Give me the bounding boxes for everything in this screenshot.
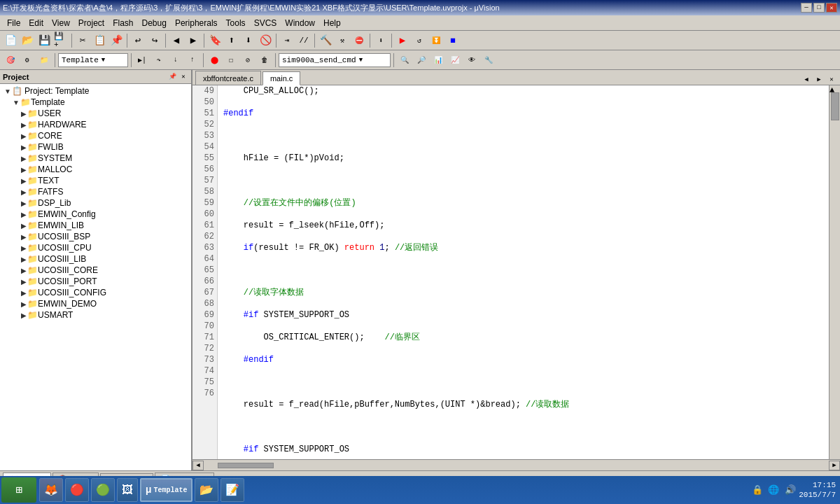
bookmark-button[interactable]: 🔖 (207, 33, 223, 48)
tree-item-text[interactable]: ▶ 📁 TEXT (1, 175, 190, 186)
taskbar-app-4[interactable]: 🖼 (117, 478, 138, 502)
step-into-button[interactable]: ↓ (168, 52, 183, 68)
menu-edit[interactable]: Edit (24, 17, 48, 29)
template-folder-item[interactable]: ▼ 📁 Template (1, 97, 190, 108)
comment-button[interactable]: // (296, 33, 312, 48)
taskbar-app-3[interactable]: 🟢 (91, 478, 115, 502)
tree-item-ucosiii-bsp[interactable]: ▶ 📁 UCOSIII_BSP (1, 231, 190, 242)
find-button[interactable]: 🔍 (397, 52, 412, 68)
panel-pin-button[interactable]: 📌 (167, 72, 177, 82)
find-in-files-button[interactable]: 🔎 (414, 52, 429, 68)
tree-item-ucosiii-port[interactable]: ▶ 📁 UCOSIII_PORT (1, 276, 190, 287)
function-dropdown[interactable]: sim900a_send_cmd ▼ (279, 53, 391, 67)
taskbar-app-1[interactable]: 🦊 (39, 478, 63, 502)
tab-left-button[interactable]: ◀ (801, 74, 812, 85)
save-button[interactable]: 💾 (36, 33, 52, 48)
vertical-scrollbar[interactable]: ▲ (829, 85, 840, 459)
target-dropdown[interactable]: Template ▼ (58, 53, 128, 67)
copy-button[interactable]: 📋 (92, 33, 107, 48)
tree-item-ucosiii-lib[interactable]: ▶ 📁 UCOSIII_LIB (1, 253, 190, 265)
show-project-button[interactable]: 📁 (36, 52, 52, 68)
new-file-button[interactable]: 📄 (3, 33, 18, 48)
toggle-indent-button[interactable]: ⇥ (279, 33, 295, 48)
code-text[interactable]: CPU_SR_ALLOC(); #endif hFile = (FIL*)pVo… (218, 85, 829, 459)
menu-debug[interactable]: Debug (138, 17, 171, 29)
clear-bookmarks-button[interactable]: 🚫 (258, 33, 273, 48)
tree-item-dsplib[interactable]: ▶ 📁 DSP_Lib (1, 197, 190, 209)
code-editor[interactable]: 49 50 51 52 53 54 55 56 57 58 59 60 61 6… (192, 85, 840, 459)
run-to-cursor-button[interactable]: ▶| (134, 52, 150, 68)
stop-build-button[interactable]: ⛔ (351, 33, 367, 48)
minimize-button[interactable]: ─ (801, 3, 812, 13)
next-bookmark-button[interactable]: ⬇ (241, 33, 256, 48)
step-over-button[interactable]: ↷ (151, 52, 167, 68)
tree-item-ucosiii-core[interactable]: ▶ 📁 UCOSIII_CORE (1, 265, 190, 276)
back-button[interactable]: ◀ (169, 33, 184, 48)
download-button[interactable]: ⬇ (373, 33, 388, 48)
menu-svcs[interactable]: SVCS (250, 17, 281, 29)
tree-item-user[interactable]: ▶ 📁 USER (1, 108, 190, 119)
tree-item-malloc[interactable]: ▶ 📁 MALLOC (1, 164, 190, 175)
debug-stop-button[interactable]: ⏹ (445, 33, 461, 48)
tab-right-button[interactable]: ▶ (813, 74, 825, 85)
step-out-button[interactable]: ↑ (185, 52, 200, 68)
enable-breakpoints-button[interactable]: ☐ (223, 52, 239, 68)
horizontal-scrollbar[interactable]: ◀ ▶ (192, 459, 840, 470)
system-viewer-button[interactable]: 👁 (464, 52, 479, 68)
close-button[interactable]: ✕ (826, 3, 837, 13)
open-file-button[interactable]: 📂 (20, 33, 35, 48)
tree-item-emwin-lib[interactable]: ▶ 📁 EMWIN_LIB (1, 220, 190, 231)
maximize-button[interactable]: □ (813, 3, 825, 13)
debug-reset-button[interactable]: ↺ (412, 33, 427, 48)
forward-button[interactable]: ▶ (186, 33, 201, 48)
tab-xbffontcreate[interactable]: xbffontcreate.c (195, 71, 261, 85)
rebuild-button[interactable]: ⚒ (335, 33, 350, 48)
menu-help[interactable]: Help (319, 17, 345, 29)
debug-step-button[interactable]: ⏬ (428, 33, 444, 48)
menu-view[interactable]: View (48, 17, 74, 29)
project-options-button[interactable]: ⚙ (20, 52, 35, 68)
tree-item-ucosiii-cpu[interactable]: ▶ 📁 UCOSIII_CPU (1, 242, 190, 253)
taskbar-app-6[interactable]: 📝 (220, 478, 244, 502)
hscroll-thumb[interactable] (218, 463, 274, 468)
trace-button[interactable]: 📊 (430, 52, 446, 68)
clear-breakpoints-button[interactable]: 🗑 (257, 52, 272, 68)
tree-item-emwin-demo[interactable]: ▶ 📁 EMWIN_DEMO (1, 298, 190, 309)
scroll-right-arrow[interactable]: ▶ (829, 461, 840, 470)
tree-item-system[interactable]: ▶ 📁 SYSTEM (1, 153, 190, 164)
tab-main[interactable]: main.c (262, 71, 300, 85)
start-button[interactable]: ⊞ (1, 477, 36, 503)
tree-item-core[interactable]: ▶ 📁 CORE (1, 130, 190, 141)
cut-button[interactable]: ✂ (75, 33, 90, 48)
menu-window[interactable]: Window (281, 17, 319, 29)
undo-button[interactable]: ↩ (130, 33, 146, 48)
redo-button[interactable]: ↪ (147, 33, 162, 48)
scroll-thumb[interactable] (831, 92, 839, 120)
build-button[interactable]: 🔨 (318, 33, 333, 48)
tree-item-ucosiii-config[interactable]: ▶ 📁 UCOSIII_CONFIG (1, 287, 190, 298)
taskbar-app-uvision[interactable]: μ Template (140, 478, 192, 502)
paste-button[interactable]: 📌 (108, 33, 124, 48)
menu-file[interactable]: File (3, 17, 24, 29)
disable-breakpoints-button[interactable]: ⊘ (240, 52, 255, 68)
scroll-up-arrow[interactable]: ▲ (830, 85, 840, 91)
taskbar-app-2[interactable]: 🔴 (65, 478, 89, 502)
tree-item-hardware[interactable]: ▶ 📁 HARDWARE (1, 119, 190, 130)
tab-close-button[interactable]: ✕ (826, 74, 837, 85)
select-target-button[interactable]: 🎯 (3, 52, 18, 68)
prev-bookmark-button[interactable]: ⬆ (224, 33, 239, 48)
taskbar-app-5[interactable]: 📂 (195, 478, 218, 502)
menu-peripherals[interactable]: Peripherals (171, 17, 222, 29)
panel-close-button[interactable]: ✕ (178, 72, 188, 82)
tree-item-fwlib[interactable]: ▶ 📁 FWLIB (1, 141, 190, 153)
menu-tools[interactable]: Tools (222, 17, 250, 29)
menu-project[interactable]: Project (74, 17, 108, 29)
setup-button[interactable]: 🔧 (481, 52, 496, 68)
tree-item-fatfs[interactable]: ▶ 📁 FATFS (1, 186, 190, 197)
breakpoint-button[interactable]: ⬤ (206, 52, 222, 68)
save-all-button[interactable]: 💾+ (53, 33, 69, 48)
tree-item-usmart[interactable]: ▶ 📁 USMART (1, 309, 190, 321)
project-root-item[interactable]: ▼ 📋 Project: Template (1, 85, 190, 97)
debug-start-button[interactable]: ▶ (395, 33, 410, 48)
hscroll-track[interactable] (204, 463, 829, 468)
